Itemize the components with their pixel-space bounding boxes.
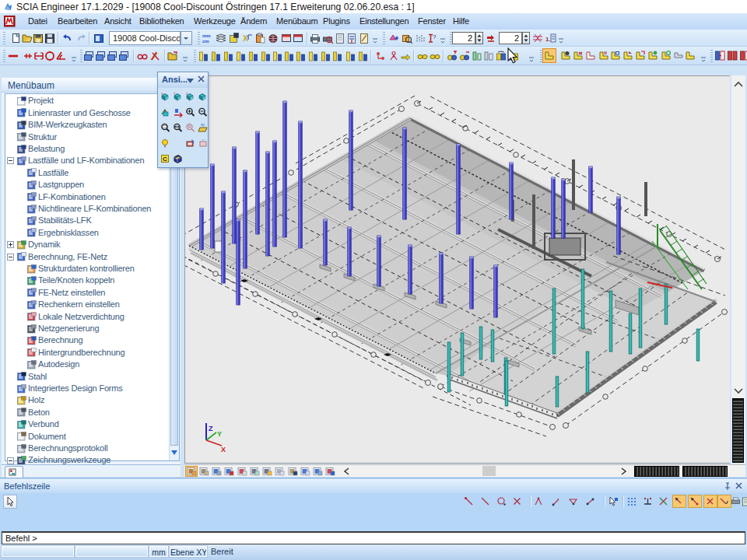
svg-text:X: X [221,446,226,453]
svg-text:Y: Y [217,430,222,438]
svg-text:Z: Z [209,425,213,432]
